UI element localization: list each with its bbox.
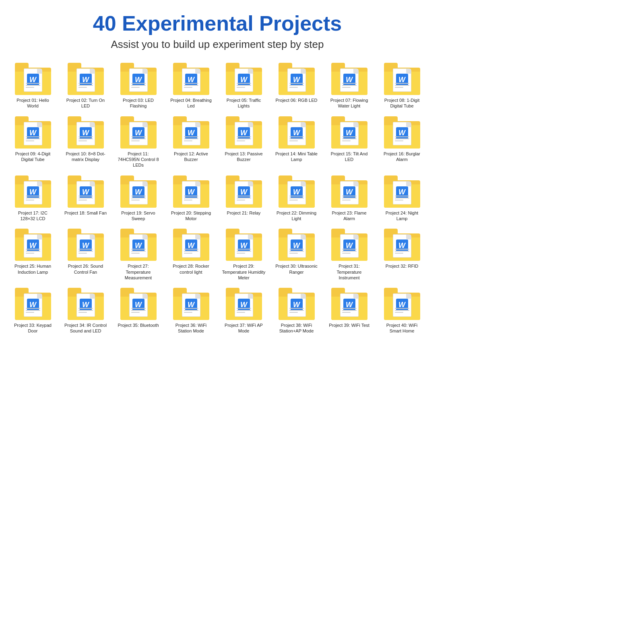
folder-icon-23: W — [331, 175, 367, 208]
project-label-17: Project 17: I2C 128×32 LCD — [11, 210, 55, 222]
folder-icon-01: W — [15, 63, 51, 95]
folder-icon-37: W — [226, 288, 262, 320]
project-label-32: Project 32: RFID — [386, 263, 418, 269]
project-item-33[interactable]: W Project 33: Keypad Door — [8, 288, 58, 334]
project-label-23: Project 23: Flame Alarm — [327, 210, 372, 222]
project-item-23[interactable]: W Project 23: Flame Alarm — [324, 175, 374, 222]
project-item-10[interactable]: W Project 10: 8×8 Dot-matrix Display — [61, 116, 110, 168]
project-item-26[interactable]: W Project 26: Sound Control Fan — [61, 229, 110, 281]
project-item-35[interactable]: W Project 35: Bluetooth — [114, 288, 163, 334]
project-item-07[interactable]: W Project 07: Flowing Water Light — [324, 63, 374, 109]
project-item-08[interactable]: W Project 08: 1-Digit Digital Tube — [377, 63, 427, 109]
project-item-03[interactable]: W Project 03: LED Flashing — [114, 63, 163, 109]
project-label-07: Project 07: Flowing Water Light — [327, 97, 372, 109]
project-item-06[interactable]: W Project 06: RGB LED — [272, 63, 321, 109]
folder-icon-28: W — [173, 229, 209, 261]
folder-icon-06: W — [279, 63, 315, 95]
project-label-02: Project 02: Turn On LED — [64, 97, 108, 109]
project-label-25: Project 25: Human Induction Lamp — [11, 263, 55, 275]
project-label-01: Project 01: Hello World — [11, 97, 55, 109]
project-item-30[interactable]: W Project 30: Ultrasonic Ranger — [272, 229, 321, 281]
project-label-36: Project 36: WiFi Station Mode — [169, 322, 213, 334]
project-item-05[interactable]: W Project 05: Traffic Lights — [219, 63, 268, 109]
project-item-04[interactable]: W Project 04: Breathing Led — [166, 63, 216, 109]
project-item-13[interactable]: W Project 13: Passive Buzzer — [219, 116, 268, 168]
folder-icon-21: W — [226, 175, 262, 208]
project-item-19[interactable]: W Project 19: Servo Sweep — [114, 175, 163, 222]
project-label-20: Project 20: Stepping Motor — [169, 210, 213, 222]
project-label-13: Project 13: Passive Buzzer — [222, 151, 266, 163]
project-label-15: Project 15: Tilt And LED — [327, 151, 372, 163]
folder-icon-07: W — [331, 63, 367, 95]
project-item-39[interactable]: W Project 39: WiFi Test — [324, 288, 374, 334]
project-item-24[interactable]: W Project 24: Night Lamp — [377, 175, 427, 222]
project-label-24: Project 24: Night Lamp — [380, 210, 424, 222]
folder-icon-32: W — [384, 229, 420, 261]
project-item-14[interactable]: W Project 14: Mini Table Lamp — [272, 116, 321, 168]
folder-icon-31: W — [331, 229, 367, 261]
project-item-40[interactable]: W Project 40: WiFi Smart Home — [377, 288, 427, 334]
folder-icon-30: W — [279, 229, 315, 261]
project-item-29[interactable]: W Project 29: Temperature Humidity Meter — [219, 229, 268, 281]
project-item-18[interactable]: W Project 18: Small Fan — [61, 175, 110, 222]
folder-icon-13: W — [226, 116, 262, 149]
folder-icon-09: W — [15, 116, 51, 149]
folder-icon-08: W — [384, 63, 420, 95]
project-item-01[interactable]: W Project 01: Hello World — [8, 63, 58, 109]
page-header: 40 Experimental Projects Assist you to b… — [8, 12, 427, 51]
project-item-31[interactable]: W Project 31: Temperature Instrument — [324, 229, 374, 281]
project-label-30: Project 30: Ultrasonic Ranger — [275, 263, 319, 275]
folder-icon-25: W — [15, 229, 51, 261]
project-item-09[interactable]: W Project 09: 4-Digit Digital Tube — [8, 116, 58, 168]
project-label-05: Project 05: Traffic Lights — [222, 97, 266, 109]
project-item-25[interactable]: W Project 25: Human Induction Lamp — [8, 229, 58, 281]
project-item-37[interactable]: W Project 37: WiFi AP Mode — [219, 288, 268, 334]
project-label-33: Project 33: Keypad Door — [11, 322, 55, 334]
project-label-08: Project 08: 1-Digit Digital Tube — [380, 97, 424, 109]
project-item-36[interactable]: W Project 36: WiFi Station Mode — [166, 288, 216, 334]
project-label-26: Project 26: Sound Control Fan — [64, 263, 108, 275]
project-item-11[interactable]: W Project 11: 74HC595N Control 8 LEDs — [114, 116, 163, 168]
project-item-22[interactable]: W Project 22: Dimming Light — [272, 175, 321, 222]
folder-icon-40: W — [384, 288, 420, 320]
project-label-04: Project 04: Breathing Led — [169, 97, 213, 109]
project-item-12[interactable]: W Project 12: Active Buzzer — [166, 116, 216, 168]
project-label-40: Project 40: WiFi Smart Home — [380, 322, 424, 334]
folder-icon-20: W — [173, 175, 209, 208]
project-label-10: Project 10: 8×8 Dot-matrix Display — [64, 151, 108, 163]
project-item-21[interactable]: W Project 21: Relay — [219, 175, 268, 222]
page-subtitle: Assist you to build up experiment step b… — [8, 38, 427, 51]
folder-icon-04: W — [173, 63, 209, 95]
project-label-38: Project 38: WiFi Station+AP Mode — [275, 322, 319, 334]
folder-icon-17: W — [15, 175, 51, 208]
folder-icon-10: W — [68, 116, 104, 149]
project-item-15[interactable]: W Project 15: Tilt And LED — [324, 116, 374, 168]
folder-icon-19: W — [120, 175, 157, 208]
project-item-34[interactable]: W Project 34: IR Control Sound and LED — [61, 288, 110, 334]
project-label-03: Project 03: LED Flashing — [116, 97, 161, 109]
folder-icon-15: W — [331, 116, 367, 149]
project-item-27[interactable]: W Project 27: Temperature Measurement — [114, 229, 163, 281]
project-label-06: Project 06: RGB LED — [276, 97, 318, 103]
project-item-32[interactable]: W Project 32: RFID — [377, 229, 427, 281]
project-item-20[interactable]: W Project 20: Stepping Motor — [166, 175, 216, 222]
folder-icon-26: W — [68, 229, 104, 261]
folder-icon-05: W — [226, 63, 262, 95]
project-item-17[interactable]: W Project 17: I2C 128×32 LCD — [8, 175, 58, 222]
projects-grid: W Project 01: Hello World W — [8, 63, 427, 334]
folder-icon-34: W — [68, 288, 104, 320]
project-item-02[interactable]: W Project 02: Turn On LED — [61, 63, 110, 109]
project-item-28[interactable]: W Project 28: Rocker control light — [166, 229, 216, 281]
folder-icon-38: W — [279, 288, 315, 320]
project-label-29: Project 29: Temperature Humidity Meter — [222, 263, 266, 281]
folder-icon-11: W — [120, 116, 157, 149]
folder-icon-14: W — [279, 116, 315, 149]
folder-icon-02: W — [68, 63, 104, 95]
project-label-37: Project 37: WiFi AP Mode — [222, 322, 266, 334]
project-item-16[interactable]: W Project 16: Burglar Alarm — [377, 116, 427, 168]
project-label-31: Project 31: Temperature Instrument — [327, 263, 372, 281]
project-label-11: Project 11: 74HC595N Control 8 LEDs — [116, 151, 161, 168]
project-label-19: Project 19: Servo Sweep — [116, 210, 161, 222]
project-item-38[interactable]: W Project 38: WiFi Station+AP Mode — [272, 288, 321, 334]
folder-icon-29: W — [226, 229, 262, 261]
